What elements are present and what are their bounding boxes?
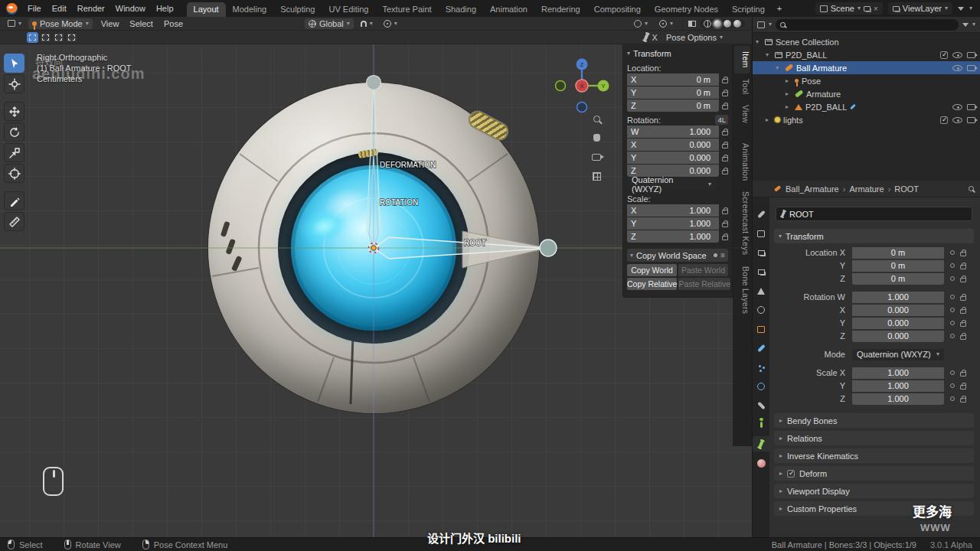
tool-rotate[interactable] — [4, 122, 24, 142]
tab-bone[interactable] — [753, 436, 769, 452]
decorator-icon[interactable] — [950, 334, 955, 338]
tool-cursor[interactable] — [4, 74, 24, 93]
tool-transform[interactable] — [4, 164, 24, 183]
menu-item[interactable]: Render — [72, 2, 110, 15]
render-camera-icon[interactable] — [967, 52, 975, 58]
rotation-4l-toggle[interactable]: 4L — [715, 115, 728, 125]
rotation-mode-dropdown[interactable]: Quaternion (WXYZ) — [852, 349, 944, 360]
lock-icon[interactable] — [960, 278, 966, 282]
proportional-edit-toggle[interactable] — [380, 19, 401, 28]
tab-particles[interactable] — [753, 360, 769, 375]
lock-icon[interactable] — [960, 252, 966, 256]
outliner-row-armature-object[interactable]: Ball Armature — [753, 61, 980, 74]
number-field[interactable]: 0 m — [852, 273, 944, 285]
transform-orientation-dropdown[interactable]: Global — [305, 18, 354, 29]
breadcrumb-bone[interactable]: ROOT — [894, 184, 919, 194]
breadcrumb-data[interactable]: Armature — [849, 184, 884, 194]
outliner-editor-icon[interactable] — [757, 21, 765, 28]
panel-bendy-bones[interactable]: Bendy Bones — [774, 413, 974, 428]
lock-icon[interactable] — [722, 79, 728, 83]
tab-world[interactable] — [753, 302, 769, 318]
paste-relative-button[interactable]: Paste Relative — [678, 278, 730, 290]
sidebar-tab[interactable]: Tool — [734, 73, 750, 99]
copy-world-button[interactable]: Copy World — [627, 264, 677, 276]
unlink-scene-icon[interactable]: × — [874, 5, 878, 13]
tab-physics[interactable] — [753, 379, 769, 394]
zoom-icon[interactable] — [590, 112, 603, 126]
outliner-search[interactable] — [776, 19, 959, 31]
wireframe-shading-icon[interactable] — [704, 20, 711, 28]
decorator-icon[interactable] — [950, 276, 955, 281]
expand-caret-icon[interactable] — [763, 116, 772, 123]
lock-icon[interactable] — [722, 236, 728, 240]
tool-scale[interactable] — [4, 143, 24, 162]
blender-logo-icon[interactable] — [6, 3, 18, 15]
workspace-tab[interactable]: Layout — [187, 2, 226, 17]
viewport-menu-item[interactable]: Select — [124, 18, 158, 30]
pan-hand-icon[interactable] — [590, 131, 603, 145]
lock-icon[interactable] — [960, 335, 966, 340]
solid-shading-icon[interactable] — [714, 20, 721, 28]
workspace-tab[interactable]: Compositing — [587, 2, 648, 17]
overlays-toggle[interactable] — [655, 19, 677, 28]
transform-panel-header[interactable]: Transform — [627, 47, 728, 60]
hide-eye-icon[interactable] — [952, 117, 962, 123]
lock-icon[interactable] — [960, 296, 966, 301]
lock-icon[interactable] — [722, 157, 728, 161]
scene-selector[interactable]: Scene × — [815, 2, 883, 15]
expand-caret-icon[interactable] — [753, 38, 762, 45]
tool-measure[interactable] — [4, 212, 24, 231]
filter-icon[interactable] — [958, 7, 964, 11]
gizmo-z-neg-axis[interactable] — [577, 103, 587, 112]
outliner-row-scene-collection[interactable]: Scene Collection — [753, 35, 980, 48]
panel-relations[interactable]: Relations — [774, 431, 974, 445]
lock-icon[interactable] — [722, 131, 728, 135]
snap-toggle[interactable] — [357, 20, 377, 28]
viewport-menu-item[interactable]: View — [96, 18, 125, 30]
expand-caret-icon[interactable] — [782, 90, 792, 97]
menu-item[interactable]: Help — [151, 2, 179, 15]
workspace-tab[interactable]: Rendering — [534, 2, 587, 17]
sidebar-tab[interactable]: Bone Layers — [734, 261, 750, 319]
add-workspace-button[interactable]: + — [772, 2, 787, 15]
number-field[interactable]: 1.000 — [852, 367, 944, 379]
decorator-icon[interactable] — [950, 396, 955, 401]
menu-item[interactable]: Window — [110, 2, 151, 15]
gizmo-toggle[interactable] — [630, 19, 652, 28]
number-field[interactable]: X 0 m — [627, 73, 719, 86]
outliner-row-pose[interactable]: Pose — [753, 74, 980, 87]
decorator-icon[interactable] — [950, 295, 955, 299]
paste-world-button[interactable]: Paste World — [678, 264, 728, 276]
copy-world-space-panel-header[interactable]: Copy World Space — [627, 249, 728, 262]
tab-material[interactable] — [753, 455, 769, 471]
viewport-menu-item[interactable]: Pose — [158, 18, 188, 30]
decorator-icon[interactable] — [950, 263, 955, 268]
number-field[interactable]: Z 1.000 — [627, 230, 719, 243]
number-field[interactable]: 1.000 — [852, 292, 944, 303]
rotation-mode-dropdown[interactable]: Quaternion (WXYZ) — [627, 178, 716, 191]
breadcrumb-object[interactable]: Ball_Armature — [786, 184, 839, 194]
xray-toggle-icon[interactable] — [688, 21, 696, 27]
number-field[interactable]: 0 m — [852, 260, 944, 272]
panel-deform[interactable]: Deform — [774, 466, 974, 481]
lock-icon[interactable] — [960, 265, 966, 269]
hide-eye-icon[interactable] — [952, 52, 962, 58]
root-handle-sphere[interactable] — [540, 240, 557, 256]
outliner-row-lights[interactable]: lights — [753, 113, 980, 126]
tab-tool[interactable] — [753, 207, 769, 222]
workspace-tab[interactable]: Modeling — [226, 2, 274, 17]
bone-name-field[interactable]: ROOT — [776, 207, 972, 221]
lock-icon[interactable] — [722, 144, 728, 148]
viewport-canvas[interactable]: DEFORMATION ROTATION ROOT Z Y X Right O — [0, 44, 752, 537]
tool-move[interactable] — [4, 102, 24, 121]
exclude-checkbox[interactable] — [940, 116, 948, 124]
decorator-icon[interactable] — [950, 383, 955, 388]
tab-constraints[interactable] — [753, 398, 769, 413]
number-field[interactable]: W 1.000 — [627, 126, 719, 138]
tab-output[interactable] — [753, 245, 769, 260]
viewlayer-selector[interactable]: ViewLayer — [888, 2, 952, 15]
lock-icon[interactable] — [960, 322, 966, 327]
select-mode-subtract-icon[interactable] — [53, 32, 64, 43]
copy-relative-button[interactable]: Copy Relative — [627, 278, 677, 290]
hide-eye-icon[interactable] — [952, 65, 962, 71]
